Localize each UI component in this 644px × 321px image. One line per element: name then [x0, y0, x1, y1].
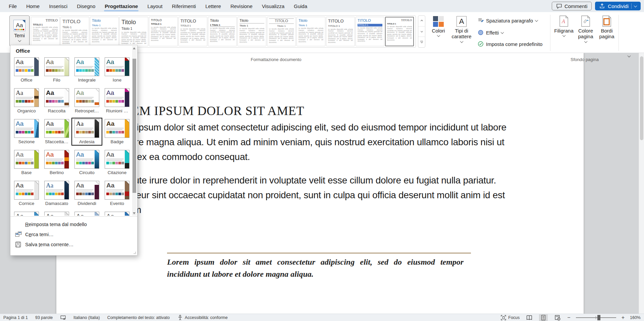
reset-theme-menu-item[interactable]: Reimposta tema dal modello [10, 219, 137, 229]
style-set-item-13[interactable]: TITOLOTITOLO 1Le raccolte disponibili ne… [385, 17, 414, 46]
theme-item-partial-4[interactable]: Aa [102, 211, 132, 216]
theme-item-filo[interactable]: AaFilo [42, 57, 71, 83]
page-indicator[interactable]: Pagina 1 di 1 [3, 315, 28, 320]
theme-item-office[interactable]: AaOffice [12, 57, 41, 83]
web-layout-button[interactable] [553, 314, 562, 321]
style-set-item-title: Titolo [121, 18, 146, 26]
menu-tab-riferimenti[interactable]: Riferimenti [167, 0, 201, 12]
theme-item-sezione[interactable]: AaSezione [12, 118, 41, 145]
resize-grip[interactable] [133, 252, 136, 254]
gallery-scroll-down-button[interactable] [418, 26, 425, 37]
ribbon-separator [550, 15, 550, 51]
accessibility-status[interactable]: Accessibilità: conforme [177, 315, 228, 321]
theme-item-raccolta[interactable]: AaRaccolta [42, 88, 71, 114]
scrollbar-thumb[interactable] [640, 56, 643, 140]
read-mode-button[interactable] [525, 314, 534, 321]
style-set-item-4[interactable]: TitoloTitolo 1Le raccolte disponibili ne… [119, 17, 148, 46]
menu-tab-visualizza[interactable]: Visualizza [257, 0, 289, 12]
menu-tab-file[interactable]: File [4, 0, 21, 12]
fonts-button[interactable]: A Tipi di carattere [449, 16, 474, 43]
menu-tab-revisione[interactable]: Revisione [226, 0, 257, 12]
style-set-item-8[interactable]: TitoloTitolo 1Le raccolte disponibili ne… [237, 17, 266, 46]
zoom-slider[interactable] [576, 317, 616, 318]
language-indicator[interactable]: Italiano (Italia) [73, 315, 100, 320]
focus-button[interactable]: Focus [500, 315, 520, 321]
theme-item-partial-3[interactable]: Aa [72, 211, 102, 216]
share-chevron-down-icon[interactable] [634, 4, 637, 7]
theme-item-evento[interactable]: AaEvento [102, 180, 132, 207]
set-as-default-button[interactable]: Imposta come predefinito [478, 41, 542, 47]
gallery-more-button[interactable] [418, 37, 425, 47]
theme-item-badge[interactable]: AaBadge [102, 118, 132, 145]
dropdown-scrollbar[interactable] [132, 46, 137, 216]
style-set-item-11[interactable]: TITOLOTITOLO 1Le raccolte disponibili ne… [326, 17, 355, 46]
colors-chevron-down-icon [437, 34, 440, 37]
style-set-item-2[interactable]: TITOLOTitolo 1Le raccolte disponibili ne… [60, 17, 89, 46]
colors-button[interactable]: Colori [428, 16, 449, 37]
zoom-out-button[interactable]: − [567, 315, 570, 320]
style-set-item-12[interactable]: TITOLOTITOLO 1Le raccolte disponibili ne… [356, 17, 384, 46]
style-set-item-6[interactable]: TITOLOTITOLO 1Le raccolte disponibili ne… [178, 17, 207, 46]
theme-item-ione[interactable]: AaIone [102, 57, 132, 83]
dropdown-scroll-thumb[interactable] [132, 59, 136, 193]
color-chip [88, 100, 91, 103]
status-left: Pagina 1 di 1 93 parole Italiano (Italia… [3, 315, 228, 321]
browse-themes-menu-item[interactable]: Cerca temi… [10, 229, 137, 239]
style-set-item-3[interactable]: TitoloTitolo 1Le raccolte disponibili ne… [90, 17, 119, 46]
share-button[interactable]: Condividi [595, 2, 641, 10]
style-set-item-9[interactable]: TITOLOTitolo 1Le raccolte disponibili ne… [267, 17, 296, 46]
menu-tab-home[interactable]: Home [21, 0, 44, 12]
scroll-down-icon[interactable] [133, 212, 136, 214]
comments-button[interactable]: Commenti [552, 2, 592, 10]
page-borders-button[interactable]: Bordi pagina [597, 15, 616, 40]
text-completion-status[interactable]: Completamento del testo: attivato [107, 315, 170, 320]
paragraph-spacing-button[interactable]: Spaziatura paragrafo [478, 17, 538, 23]
menu-tab-inserisci[interactable]: Inserisci [44, 0, 72, 12]
theme-item-damascato[interactable]: AaDamascato [42, 180, 71, 207]
style-set-item-10[interactable]: TitoloTitolo 1Le raccolte disponibili ne… [297, 17, 325, 46]
save-theme-menu-item[interactable]: Salva tema corrente… [10, 239, 137, 250]
theme-item-riunioni[interactable]: AaRiunioni … [102, 88, 132, 114]
theme-item-dividendi[interactable]: AaDividendi [72, 180, 102, 207]
theme-item-berlino[interactable]: AaBerlino [42, 149, 71, 176]
watermark-button[interactable]: A Filigrana [553, 15, 575, 37]
color-chip [28, 131, 31, 133]
text-line [16, 160, 32, 161]
theme-item-retrospet[interactable]: AaRetrospet… [72, 88, 102, 114]
zoom-in-button[interactable]: + [622, 315, 625, 320]
menu-tab-layout[interactable]: Layout [143, 0, 167, 12]
page-fold-icon [66, 119, 69, 122]
style-set-item-subtitle: Titolo 1 [299, 24, 323, 27]
gallery-scroll-up-button[interactable] [418, 16, 425, 26]
effects-button[interactable]: Effetti [478, 30, 503, 36]
color-chip [19, 193, 21, 195]
menu-tab-lettere[interactable]: Lettere [201, 0, 226, 12]
color-chip [76, 131, 79, 133]
theme-item-partial-2[interactable]: Aa [42, 211, 71, 216]
page-color-button[interactable]: Colore pagina [575, 15, 596, 43]
theme-item-cornice[interactable]: AaCornice [12, 180, 41, 207]
theme-item-sfaccetta[interactable]: AaSfaccetta… [42, 118, 71, 145]
theme-item-ardesia[interactable]: AaArdesia [72, 118, 102, 145]
theme-item-citazione[interactable]: AaCitazione [102, 149, 132, 176]
zoom-level[interactable]: 160% [630, 315, 641, 320]
theme-item-base[interactable]: AaBase [12, 149, 41, 176]
menu-tab-guida[interactable]: Guida [289, 0, 312, 12]
proofing-status[interactable] [60, 315, 66, 321]
themes-button[interactable]: Aa Temi [9, 15, 30, 46]
style-set-item-1[interactable]: TITOLOTITOLO 1Le raccolte disponibili ne… [31, 17, 60, 46]
vertical-scrollbar[interactable] [639, 53, 644, 321]
style-set-item-5[interactable]: TITOLOTITOLO 1Le raccolte disponibili ne… [149, 17, 178, 46]
menu-tab-disegno[interactable]: Disegno [72, 0, 100, 12]
share-icon [599, 3, 605, 9]
word-count[interactable]: 93 parole [35, 315, 53, 320]
style-set-item-7[interactable]: Titolo1 Titolo 1Le raccolte disponibili … [208, 17, 237, 46]
theme-item-integrale[interactable]: AaIntegrale [72, 57, 102, 83]
theme-item-circuito[interactable]: AaCircuito [72, 149, 102, 176]
theme-item-organico[interactable]: AaOrganico [12, 88, 41, 114]
theme-item-partial-1[interactable]: Aa [12, 211, 41, 216]
menu-tab-progettazione[interactable]: Progettazione [100, 0, 143, 12]
zoom-slider-thumb[interactable] [597, 315, 600, 320]
scroll-up-icon[interactable] [133, 47, 136, 49]
print-layout-button[interactable] [539, 314, 548, 321]
